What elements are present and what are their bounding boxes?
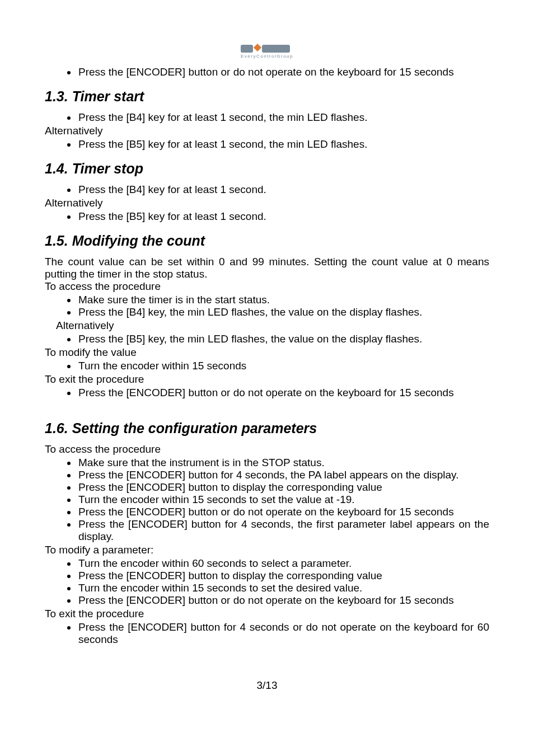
bullet-item: Press the [B5] key for at least 1 second… <box>77 210 489 223</box>
bullet-item: Turn the encoder within 15 seconds to se… <box>77 582 489 594</box>
bullet-item: Turn the encoder within 60 seconds to se… <box>77 557 489 570</box>
bullet-item: Turn the encoder within 15 seconds <box>77 360 489 372</box>
bullet-item: Turn the encoder within 15 seconds to se… <box>77 494 489 506</box>
bullet-item: Press the [ENCODER] button to display th… <box>77 570 489 582</box>
paragraph: To modify the value <box>45 346 489 359</box>
bullet-item: Make sure the timer is in the start stat… <box>77 294 489 306</box>
bullet-item: Press the [B5] key for at least 1 second… <box>77 138 489 151</box>
paragraph: To access the procedure <box>45 443 489 456</box>
bullet-item: Press the [ENCODER] button or do not ope… <box>77 387 489 399</box>
paragraph: To exit the procedure <box>45 373 489 386</box>
heading-modifying-count: 1.5. Modifying the count <box>45 233 489 249</box>
bullet-item: Press the [ENCODER] button for 4 seconds… <box>77 518 489 543</box>
bullet-item: Press the [ENCODER] button for 4 seconds… <box>77 621 489 646</box>
bullet-item: Press the [ENCODER] button or do not ope… <box>77 594 489 607</box>
bullet-item: Press the [ENCODER] button or do not ope… <box>77 506 489 518</box>
bullet-item: Press the [ENCODER] button or do not ope… <box>77 66 489 78</box>
bullet-item: Press the [B4] key for at least 1 second… <box>77 111 489 124</box>
logo-subtext: EveryControlGroup <box>241 54 293 59</box>
paragraph: To access the procedure <box>45 280 489 293</box>
logo: EveryControlGroup <box>45 45 489 60</box>
paragraph: The count value can be set within 0 and … <box>45 256 489 280</box>
bullet-item: Press the [B5] key, the min LED flashes,… <box>77 333 489 345</box>
heading-config-params: 1.6. Setting the configuration parameter… <box>45 420 489 436</box>
bullet-item: Press the [B4] key for at least 1 second… <box>77 184 489 196</box>
paragraph: To exit the procedure <box>45 608 489 620</box>
paragraph: Alternatively <box>45 320 489 332</box>
paragraph: Alternatively <box>45 125 489 137</box>
logo-graphic: EveryControlGroup <box>241 45 293 59</box>
page-number: 3/13 <box>45 679 489 692</box>
heading-timer-start: 1.3. Timer start <box>45 88 489 105</box>
bullet-item: Press the [B4] key, the min LED flashes,… <box>77 306 489 318</box>
heading-timer-stop: 1.4. Timer stop <box>45 161 489 177</box>
bullet-item: Press the [ENCODER] button for 4 seconds… <box>77 469 489 481</box>
paragraph: To modify a parameter: <box>45 544 489 556</box>
bullet-item: Press the [ENCODER] button to display th… <box>77 481 489 494</box>
bullet-item: Make sure that the instrument is in the … <box>77 457 489 469</box>
paragraph: Alternatively <box>45 197 489 209</box>
